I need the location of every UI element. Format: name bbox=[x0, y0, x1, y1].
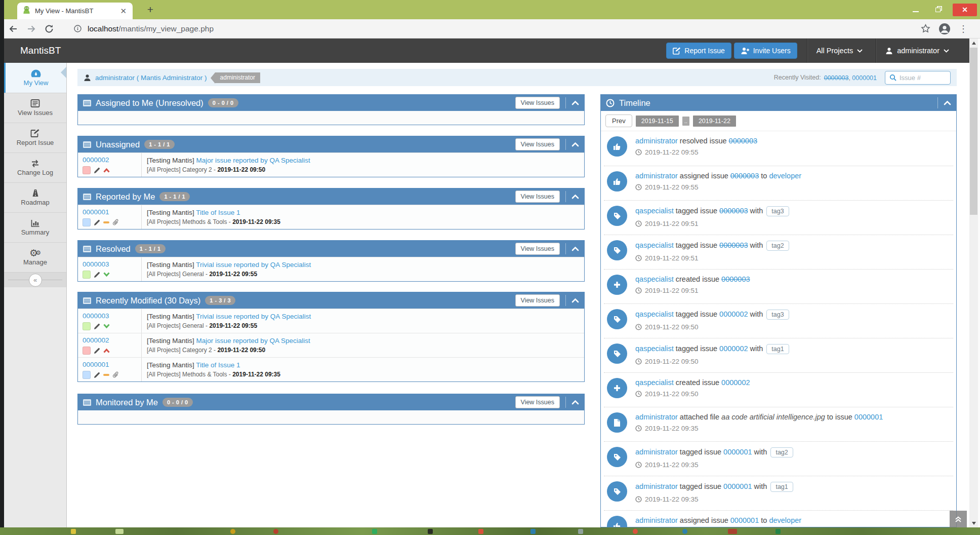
timeline-user-link[interactable]: qaspecialist bbox=[635, 378, 674, 387]
issue-search-box[interactable] bbox=[885, 71, 951, 85]
tab-close-icon[interactable]: ✕ bbox=[119, 7, 128, 15]
issue-id-link[interactable]: 0000001 bbox=[83, 361, 141, 368]
issue-id-link[interactable]: 0000002 bbox=[83, 336, 141, 344]
edit-pencil-icon[interactable] bbox=[94, 167, 100, 174]
timeline-user-link[interactable]: qaspecialist bbox=[635, 310, 674, 318]
minimize-button[interactable] bbox=[908, 4, 923, 16]
collapse-chevron-icon[interactable] bbox=[571, 100, 579, 105]
issue-title-link[interactable]: Title of Issue 1 bbox=[196, 361, 240, 369]
invite-users-button[interactable]: Invite Users bbox=[734, 43, 797, 59]
timeline-issue-link[interactable]: 0000003 bbox=[719, 207, 748, 215]
sidebar-collapse-button[interactable]: « bbox=[29, 274, 42, 287]
timeline-issue-link[interactable]: 0000001 bbox=[854, 413, 883, 421]
view-issues-button[interactable]: View Issues bbox=[515, 97, 560, 109]
timeline-issue-link[interactable]: 0000003 bbox=[730, 172, 759, 180]
tag-chip[interactable]: tag3 bbox=[766, 310, 789, 320]
timeline-issue-link[interactable]: 0000001 bbox=[723, 482, 752, 490]
recently-visited-issue-link[interactable]: 0000003 bbox=[824, 74, 849, 82]
timeline-issue-link[interactable]: 0000001 bbox=[730, 516, 759, 524]
issue-title-link[interactable]: Major issue reported by QA Specialist bbox=[196, 157, 310, 164]
sidebar-item-report-issue[interactable]: Report Issue bbox=[4, 123, 66, 152]
sidebar-item-my-view[interactable]: My View bbox=[4, 63, 66, 93]
issue-title-link[interactable]: Title of Issue 1 bbox=[196, 209, 240, 216]
timeline-issue-link[interactable]: 0000001 bbox=[723, 448, 752, 456]
collapse-chevron-icon[interactable] bbox=[571, 142, 579, 147]
issue-id-link[interactable]: 0000001 bbox=[83, 208, 141, 216]
timeline-user-link[interactable]: qaspecialist bbox=[635, 207, 674, 215]
user-menu[interactable]: administrator bbox=[876, 39, 958, 63]
collapse-chevron-icon[interactable] bbox=[944, 100, 951, 105]
timeline-user-link[interactable]: administrator bbox=[635, 482, 678, 490]
edit-pencil-icon[interactable] bbox=[94, 323, 100, 330]
attachment-paperclip-icon[interactable] bbox=[112, 371, 119, 378]
view-issues-button[interactable]: View Issues bbox=[515, 294, 560, 307]
collapse-chevron-icon[interactable] bbox=[571, 194, 579, 199]
timeline-issue-link[interactable]: 0000002 bbox=[719, 310, 748, 318]
issue-title-link[interactable]: Trivial issue reported by QA Specialist bbox=[196, 313, 311, 320]
browser-menu-icon[interactable]: ⋮ bbox=[959, 23, 968, 34]
timeline-issue-link[interactable]: 0000002 bbox=[721, 378, 750, 387]
timeline-prev-button[interactable]: Prev bbox=[605, 114, 632, 127]
attachment-paperclip-icon[interactable] bbox=[112, 219, 119, 226]
sidebar-item-view-issues[interactable]: View Issues bbox=[4, 93, 66, 123]
timeline-user-link[interactable]: administrator bbox=[635, 516, 678, 524]
tag-chip[interactable]: tag2 bbox=[770, 447, 793, 457]
tag-chip[interactable]: tag1 bbox=[766, 344, 789, 354]
project-selector[interactable]: All Projects bbox=[807, 39, 872, 63]
sidebar-item-change-log[interactable]: Change Log bbox=[4, 152, 66, 182]
issue-title-link[interactable]: Trivial issue reported by QA Specialist bbox=[196, 261, 311, 269]
edit-pencil-icon[interactable] bbox=[94, 372, 100, 378]
sidebar-item-summary[interactable]: Summary bbox=[4, 212, 66, 242]
scrollbar-down-arrow[interactable] bbox=[969, 519, 978, 527]
collapse-chevron-icon[interactable] bbox=[571, 298, 579, 303]
scrollbar-up-arrow[interactable] bbox=[969, 39, 978, 47]
scrollbar-thumb[interactable] bbox=[970, 48, 977, 215]
view-issues-button[interactable]: View Issues bbox=[515, 190, 560, 203]
restore-button[interactable] bbox=[930, 4, 946, 16]
profile-avatar-icon[interactable] bbox=[938, 23, 951, 35]
current-user-link[interactable]: administrator ( Mantis Administrator ) bbox=[95, 74, 207, 82]
timeline-user-link[interactable]: administrator bbox=[635, 413, 678, 421]
timeline-issue-link[interactable]: 0000003 bbox=[719, 241, 748, 249]
issue-id-link[interactable]: 0000003 bbox=[83, 260, 141, 268]
sidebar-item-manage[interactable]: ⚙⚙Manage bbox=[4, 242, 66, 272]
bookmark-star-icon[interactable] bbox=[921, 24, 930, 33]
timeline-user-link[interactable]: administrator bbox=[635, 137, 678, 145]
tag-chip[interactable]: tag2 bbox=[766, 241, 789, 251]
edit-pencil-icon[interactable] bbox=[94, 272, 100, 278]
issue-id-link[interactable]: 0000003 bbox=[83, 312, 141, 320]
sidebar-item-roadmap[interactable]: Roadmap bbox=[4, 182, 66, 212]
report-issue-button[interactable]: Report Issue bbox=[666, 43, 731, 59]
timeline-user-link[interactable]: administrator bbox=[635, 172, 678, 180]
edit-pencil-icon[interactable] bbox=[94, 348, 100, 354]
tag-chip[interactable]: tag1 bbox=[770, 482, 793, 492]
timeline-target-user-link[interactable]: developer bbox=[769, 516, 801, 524]
scroll-to-top-button[interactable] bbox=[950, 511, 967, 527]
browser-tab[interactable]: My View - MantisBT ✕ bbox=[17, 3, 133, 19]
timeline-target-user-link[interactable]: developer bbox=[769, 172, 801, 180]
new-tab-button[interactable]: + bbox=[144, 3, 157, 16]
timeline-issue-link[interactable]: 0000003 bbox=[729, 137, 757, 145]
edit-pencil-icon[interactable] bbox=[94, 219, 100, 226]
collapse-chevron-icon[interactable] bbox=[571, 400, 579, 405]
view-issues-button[interactable]: View Issues bbox=[515, 396, 560, 408]
reload-icon[interactable] bbox=[45, 24, 54, 33]
issue-title-link[interactable]: Major issue reported by QA Specialist bbox=[196, 337, 310, 345]
page-scrollbar[interactable] bbox=[969, 39, 978, 527]
issue-id-link[interactable]: 0000002 bbox=[83, 156, 141, 164]
view-issues-button[interactable]: View Issues bbox=[515, 138, 560, 150]
timeline-user-link[interactable]: qaspecialist bbox=[635, 275, 674, 283]
address-bar[interactable]: localhost/mantis/my_view_page.php bbox=[65, 24, 921, 33]
site-info-icon[interactable] bbox=[74, 25, 81, 32]
timeline-user-link[interactable]: qaspecialist bbox=[635, 345, 674, 353]
issue-search-input[interactable] bbox=[900, 74, 943, 82]
tag-chip[interactable]: tag3 bbox=[766, 206, 789, 216]
forward-icon[interactable] bbox=[26, 24, 36, 34]
collapse-chevron-icon[interactable] bbox=[571, 246, 579, 251]
timeline-issue-link[interactable]: 0000003 bbox=[721, 275, 750, 283]
recently-visited-issue-link[interactable]: 0000001 bbox=[852, 74, 877, 82]
back-icon[interactable] bbox=[8, 24, 18, 34]
close-button[interactable]: ✕ bbox=[953, 4, 977, 16]
timeline-user-link[interactable]: qaspecialist bbox=[635, 241, 674, 249]
view-issues-button[interactable]: View Issues bbox=[515, 243, 560, 255]
